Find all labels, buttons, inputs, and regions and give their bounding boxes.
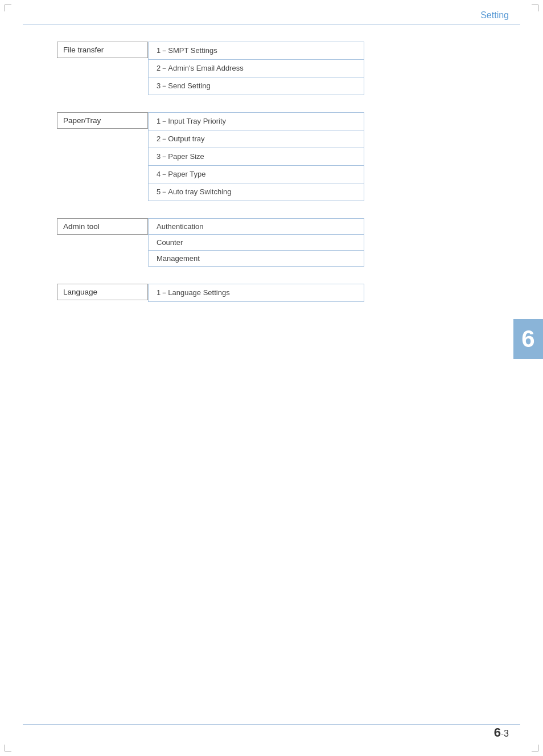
list-item: 5－Auto tray Switching — [148, 183, 364, 201]
section-language: Language1－Language Settings — [57, 284, 509, 302]
section-label-paper-tray: Paper/Tray — [57, 112, 148, 129]
header: Setting — [0, 0, 543, 21]
list-item: 1－Input Tray Priority — [148, 112, 364, 130]
section-admin-tool: Admin toolAuthenticationCounterManagemen… — [57, 218, 509, 267]
chapter-number: 6 — [521, 327, 534, 351]
list-item: 1－Language Settings — [148, 284, 364, 302]
footer-chapter-ref: 6 — [494, 725, 501, 739]
chapter-tab: 6 — [513, 319, 543, 359]
list-item: 2－Output tray — [148, 130, 364, 148]
section-items-language: 1－Language Settings — [148, 284, 364, 302]
list-item: Management — [148, 250, 364, 267]
list-item: 1－SMPT Settings — [148, 42, 364, 59]
section-label-admin-tool: Admin tool — [57, 218, 148, 235]
footer-divider — [23, 724, 520, 725]
corner-mark-br — [532, 745, 538, 751]
section-items-admin-tool: AuthenticationCounterManagement — [148, 218, 364, 267]
footer-page-number: 6-3 — [494, 725, 509, 740]
list-item: Authentication — [148, 218, 364, 234]
section-file-transfer: File transfer1－SMPT Settings2－Admin's Em… — [57, 42, 509, 95]
corner-mark-bl — [5, 745, 11, 751]
section-label-file-transfer: File transfer — [57, 42, 148, 58]
corner-mark-tr — [532, 5, 538, 11]
section-paper-tray: Paper/Tray1－Input Tray Priority2－Output … — [57, 112, 509, 201]
header-title: Setting — [480, 10, 509, 21]
list-item: 2－Admin's Email Address — [148, 59, 364, 77]
footer-page-num: 3 — [504, 729, 509, 738]
list-item: Counter — [148, 234, 364, 250]
section-items-file-transfer: 1－SMPT Settings2－Admin's Email Address3－… — [148, 42, 364, 95]
list-item: 3－Paper Size — [148, 148, 364, 165]
list-item: 3－Send Setting — [148, 77, 364, 95]
list-item: 4－Paper Type — [148, 165, 364, 183]
section-items-paper-tray: 1－Input Tray Priority2－Output tray3－Pape… — [148, 112, 364, 201]
section-label-language: Language — [57, 284, 148, 300]
main-content: File transfer1－SMPT Settings2－Admin's Em… — [0, 24, 543, 302]
corner-mark-tl — [5, 5, 11, 11]
